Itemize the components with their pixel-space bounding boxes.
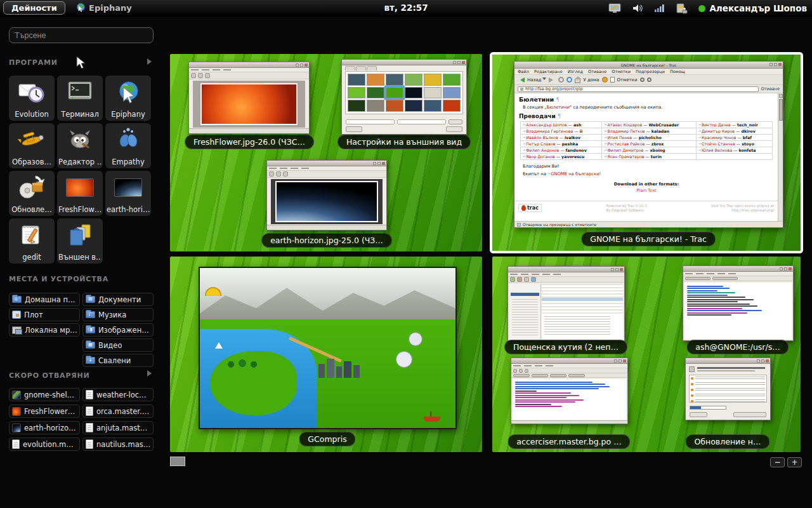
recent-item[interactable]: earth-horizo… xyxy=(9,421,80,434)
menu-item[interactable]: Изглед xyxy=(568,69,583,74)
menu-item[interactable]: Отметки xyxy=(612,69,631,74)
translator-name[interactable]: Ясен Праматаров xyxy=(607,154,644,159)
place-local-network[interactable]: Локална мр… xyxy=(9,323,80,337)
workspace-4[interactable]: Пощенска кутия (2 неп… ash@GNOME:/usr/s… xyxy=(492,257,801,452)
recent-item[interactable]: anjuta.mast… xyxy=(82,421,154,434)
place-desktop[interactable]: Плот xyxy=(9,308,80,321)
user-menu[interactable]: Александър Шопов xyxy=(698,3,807,13)
workspace-1[interactable]: FreshFlower.jpg-26.0 (ЧЗС… Настройки на … xyxy=(170,54,482,251)
workspace-3[interactable]: GCompris xyxy=(170,257,482,452)
translator-name[interactable]: Виктор Дачев xyxy=(702,123,731,127)
scroll-up-icon[interactable] xyxy=(779,94,783,98)
clock[interactable]: вт, 22:57 xyxy=(384,3,428,13)
back-label[interactable]: Назад xyxy=(527,77,541,83)
window-preview-gedit[interactable] xyxy=(511,358,628,424)
recent-item[interactable]: nautilus.mas… xyxy=(82,438,154,451)
translator-name[interactable]: Ивайло Вълков xyxy=(526,135,558,140)
app-appearance[interactable]: Външен в… xyxy=(57,218,103,264)
power-icon[interactable] xyxy=(675,3,688,14)
app-software-update[interactable]: Обновле… xyxy=(9,171,55,216)
activities-button[interactable]: Дейности xyxy=(3,1,65,15)
reload-icon[interactable] xyxy=(566,77,572,83)
translator-name[interactable]: Илия Пенев xyxy=(607,135,632,140)
window-preview-earth-horizon[interactable] xyxy=(266,160,387,231)
window-preview-terminal[interactable] xyxy=(683,265,794,341)
window-preview-gcompris[interactable] xyxy=(199,267,457,429)
translator-name[interactable]: Филип Андонов xyxy=(526,148,559,152)
forward-icon[interactable] xyxy=(549,77,556,83)
close-button[interactable] xyxy=(690,412,707,417)
zoom-in-icon[interactable] xyxy=(647,77,652,82)
workspace-indicator[interactable] xyxy=(170,457,185,466)
network-signal-icon[interactable] xyxy=(654,4,664,13)
plain-text-link[interactable]: Plain Text xyxy=(519,188,774,193)
bookmarks-label[interactable]: Отметки xyxy=(617,77,638,83)
window-preview-update-manager[interactable] xyxy=(685,358,771,420)
workspace-2[interactable]: GNOME на български! - Trac Файл Редактир… xyxy=(492,55,801,251)
app-freshflower-image[interactable]: FreshFlow… xyxy=(57,171,103,216)
recent-item[interactable]: weather-loc… xyxy=(82,388,154,401)
go-button[interactable]: Отиване xyxy=(761,86,780,91)
visit-url[interactable]: http://trac.edgewall.org/ xyxy=(731,208,774,212)
team-link[interactable]: GNOME на български! xyxy=(551,171,601,177)
zoom-out-icon[interactable] xyxy=(640,77,645,82)
back-dropdown-icon[interactable] xyxy=(542,77,546,82)
translator-name[interactable]: Юлия Велкова xyxy=(702,148,732,152)
place-pictures[interactable]: Изображен… xyxy=(82,323,154,337)
app-earth-image[interactable]: earth-hori… xyxy=(105,171,151,216)
translator-name[interactable]: Владимира Гиргинова xyxy=(526,129,573,133)
place-home[interactable]: Домашна п… xyxy=(9,293,80,306)
install-button[interactable] xyxy=(733,412,766,417)
window-preview-browser[interactable]: GNOME на български! - Trac Файл Редактир… xyxy=(514,61,783,228)
place-videos[interactable]: Видео xyxy=(82,338,154,352)
recent-item[interactable]: evolution.m… xyxy=(9,438,80,451)
programs-expand-arrow-icon[interactable] xyxy=(147,58,155,65)
app-education[interactable]: Образов… xyxy=(9,123,55,168)
window-preview-freshflower[interactable] xyxy=(188,62,310,134)
volume-icon[interactable] xyxy=(632,3,643,13)
translator-name[interactable]: Александър Шопов xyxy=(526,123,567,127)
app-epiphany[interactable]: Epiphany xyxy=(105,76,151,121)
menu-item[interactable]: Подпрозорци xyxy=(636,69,665,74)
translator-name[interactable]: Петър Славов xyxy=(526,142,555,146)
place-music[interactable]: Музика xyxy=(82,308,154,321)
translator-name[interactable]: Явор Доганов xyxy=(526,154,555,159)
recent-expand-arrow-icon[interactable] xyxy=(147,370,155,377)
home-label[interactable]: У дома xyxy=(583,77,599,83)
url-field[interactable]: http://fsa-bg.org/project/gtp xyxy=(518,86,759,92)
place-downloads[interactable]: Свалени xyxy=(82,354,154,367)
app-terminal[interactable]: Терминал xyxy=(57,76,103,121)
stop-icon[interactable] xyxy=(558,77,564,83)
app-gedit[interactable]: gedit xyxy=(9,218,55,264)
menu-item[interactable]: Помощ xyxy=(670,69,685,74)
bulletins-link[interactable]: Бюлетини xyxy=(547,105,570,110)
recent-item[interactable]: orca.master.… xyxy=(82,404,154,418)
app-evolution[interactable]: Evolution xyxy=(9,76,55,121)
history-icon[interactable] xyxy=(602,77,608,83)
back-icon[interactable] xyxy=(518,77,525,83)
add-workspace-button[interactable]: + xyxy=(787,457,802,467)
translator-name[interactable]: Владимир Петков xyxy=(607,129,645,133)
window-preview-appearance[interactable] xyxy=(341,59,467,135)
remove-workspace-button[interactable]: − xyxy=(770,457,785,467)
home-icon[interactable] xyxy=(575,79,580,83)
translator-name[interactable]: Атанас Кошаров xyxy=(607,123,642,127)
recent-item[interactable]: gnome-shel… xyxy=(9,388,80,401)
scroll-thumb[interactable] xyxy=(779,99,783,121)
translator-name[interactable]: Ростислав Райков xyxy=(607,142,645,146)
recent-item[interactable]: FreshFlower… xyxy=(9,404,80,418)
translator-name[interactable]: Стойчо Станчев xyxy=(702,142,735,146)
menu-item[interactable]: Редактиране xyxy=(534,69,563,74)
window-preview-evolution[interactable] xyxy=(508,266,625,341)
app-image-editor[interactable]: Редактор … xyxy=(57,123,103,168)
menu-item[interactable]: Отиване xyxy=(588,69,606,74)
translator-name[interactable]: Филип Димитров xyxy=(607,148,643,152)
display-icon[interactable] xyxy=(608,3,621,14)
place-documents[interactable]: Документи xyxy=(82,293,154,306)
menu-item[interactable]: Файл xyxy=(518,69,529,74)
translator-name[interactable]: Красимир Чонов xyxy=(702,135,737,140)
translator-name[interactable]: Димитър Киров xyxy=(702,129,735,133)
scrollbar[interactable] xyxy=(778,93,783,221)
bookmarks-icon[interactable] xyxy=(610,77,615,83)
app-empathy[interactable]: Empathy xyxy=(105,123,151,168)
